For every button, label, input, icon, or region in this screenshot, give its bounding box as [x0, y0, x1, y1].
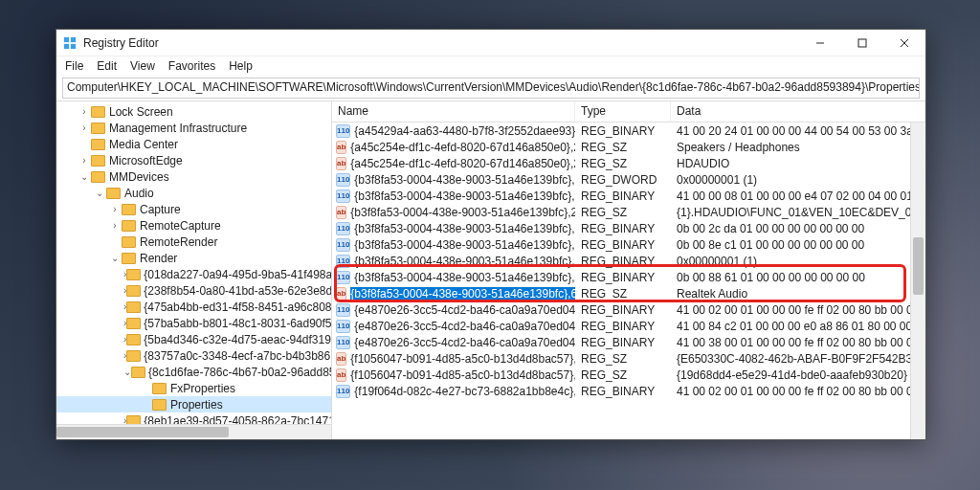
tree-item[interactable]: Properties — [56, 396, 331, 412]
string-value-icon: ab — [336, 352, 346, 366]
scrollbar-thumb[interactable] — [913, 237, 924, 295]
col-type[interactable]: Type — [575, 101, 671, 122]
value-row[interactable]: 110{e4870e26-3cc5-4cd2-ba46-ca0a9a70ed04… — [332, 301, 925, 318]
value-row[interactable]: 110{e4870e26-3cc5-4cd2-ba46-ca0a9a70ed04… — [332, 318, 925, 334]
tree-item[interactable]: ›Lock Screen — [56, 103, 331, 120]
value-type: REG_SZ — [575, 141, 671, 154]
maximize-button[interactable] — [841, 30, 883, 56]
value-type: REG_BINARY — [575, 255, 671, 268]
tree-item[interactable]: ›Management Infrastructure — [56, 120, 331, 136]
string-value-icon: ab — [336, 287, 346, 301]
menu-file[interactable]: File — [58, 57, 90, 75]
value-row[interactable]: 110{e4870e26-3cc5-4cd2-ba46-ca0a9a70ed04… — [332, 334, 925, 350]
value-type: REG_BINARY — [575, 124, 671, 138]
tree-item[interactable]: ⌄MMDevices — [56, 168, 331, 185]
value-type: REG_SZ — [575, 368, 671, 382]
value-row[interactable]: 110{b3f8fa53-0004-438e-9003-51a46e139bfc… — [332, 188, 925, 204]
tree-item[interactable]: ›{238f8b54-0a80-41bd-a53e-62e3e8d6a338} — [56, 282, 331, 299]
value-row[interactable]: ab{a45c254e-df1c-4efd-8020-67d146a850e0}… — [332, 139, 925, 155]
expand-icon[interactable]: › — [108, 220, 122, 231]
col-name[interactable]: Name — [332, 101, 575, 122]
collapse-icon[interactable]: ⌄ — [123, 367, 131, 377]
svg-rect-1 — [71, 36, 76, 41]
tree-label: {018da227-0a94-495d-9ba5-41f498ab952c} — [144, 268, 332, 281]
folder-icon — [122, 203, 137, 216]
value-row[interactable]: 110{b3f8fa53-0004-438e-9003-51a46e139bfc… — [332, 253, 925, 269]
value-data: HDAUDIO — [671, 157, 925, 170]
tree-pane[interactable]: ›Lock Screen›Management InfrastructureMe… — [56, 101, 332, 439]
value-row[interactable]: 110{f19f064d-082c-4e27-bc73-6882a1bb8e4c… — [332, 383, 925, 399]
tree-item[interactable]: ›{475ab4bb-ed31-4f58-8451-a96c8080a9bb} — [56, 299, 331, 315]
value-row[interactable]: ab{f1056047-b091-4d85-a5c0-b13d4d8bac57}… — [332, 350, 925, 367]
value-name: {b3f8fa53-0004-438e-9003-51a46e139bfc},3 — [354, 255, 575, 268]
value-data: 0b 00 2c da 01 00 00 00 00 00 00 00 — [671, 222, 925, 235]
tree-item[interactable]: ⌄Audio — [56, 185, 331, 201]
collapse-icon[interactable]: ⌄ — [93, 188, 106, 198]
registry-editor-window: Registry Editor FileEditViewFavoritesHel… — [56, 29, 926, 440]
tree-item[interactable]: ⌄{8c1d6fae-786c-4b67-b0a2-96add8593894} — [56, 364, 331, 380]
values-pane[interactable]: Name Type Data 110{a45429a4-aa63-4480-b7… — [332, 101, 925, 439]
value-type: REG_BINARY — [575, 336, 671, 349]
value-row[interactable]: 110{b3f8fa53-0004-438e-9003-51a46e139bfc… — [332, 220, 925, 236]
collapse-icon[interactable]: ⌄ — [108, 253, 122, 263]
list-scrollbar-v[interactable] — [910, 122, 925, 439]
value-data: Realtek Audio — [671, 287, 925, 301]
value-type: REG_SZ — [575, 206, 671, 219]
value-type: REG_BINARY — [575, 303, 671, 317]
tree-label: Media Center — [109, 138, 178, 151]
expand-icon[interactable]: › — [78, 106, 91, 117]
folder-icon — [152, 382, 167, 395]
value-row[interactable]: ab{b3f8fa53-0004-438e-9003-51a46e139bfc}… — [332, 204, 925, 220]
string-value-icon: ab — [336, 368, 346, 382]
binary-value-icon: 110 — [336, 385, 350, 398]
tree-item[interactable]: ›{018da227-0a94-495d-9ba5-41f498ab952c} — [56, 266, 331, 282]
tree-scrollbar-h[interactable] — [56, 424, 331, 439]
value-row[interactable]: 110{b3f8fa53-0004-438e-9003-51a46e139bfc… — [332, 171, 925, 188]
menu-favorites[interactable]: Favorites — [162, 57, 222, 75]
value-name: {b3f8fa53-0004-438e-9003-51a46e139bfc},2 — [350, 206, 575, 219]
tree-item[interactable]: ›RemoteCapture — [56, 217, 331, 234]
minimize-button[interactable] — [799, 30, 841, 56]
tree-item[interactable]: ›{5ba4d346-c32e-4d75-aeac-94df319db008} — [56, 331, 331, 347]
binary-value-icon: 110 — [336, 255, 350, 268]
titlebar[interactable]: Registry Editor — [56, 30, 925, 56]
window-title: Registry Editor — [83, 36, 159, 50]
value-type: REG_SZ — [575, 352, 671, 366]
scrollbar-thumb[interactable] — [56, 427, 229, 437]
svg-rect-0 — [64, 36, 69, 41]
value-name: {f1056047-b091-4d85-a5c0-b13d4d8bac57},2 — [350, 368, 575, 382]
close-button[interactable] — [883, 30, 925, 56]
value-row[interactable]: 110{b3f8fa53-0004-438e-9003-51a46e139bfc… — [332, 269, 925, 285]
value-data: 41 00 38 00 01 00 00 00 fe ff 02 00 80 b… — [671, 336, 925, 349]
tree-item[interactable]: ›{83757a0c-3348-4ecf-a7bc-b4b3b861be52} — [56, 347, 331, 364]
menu-edit[interactable]: Edit — [90, 57, 123, 75]
address-bar[interactable]: Computer\HKEY_LOCAL_MACHINE\SOFTWARE\Mic… — [62, 78, 920, 99]
value-name: {e4870e26-3cc5-4cd2-ba46-ca0a9a70ed04},1 — [354, 320, 575, 333]
tree-item[interactable]: RemoteRender — [56, 234, 331, 250]
tree-item[interactable]: ›MicrosoftEdge — [56, 152, 331, 168]
tree-item[interactable]: ›Capture — [56, 201, 331, 217]
value-row[interactable]: ab{a45c254e-df1c-4efd-8020-67d146a850e0}… — [332, 155, 925, 171]
menu-view[interactable]: View — [123, 57, 162, 75]
menu-help[interactable]: Help — [222, 57, 259, 75]
expand-icon[interactable]: › — [108, 204, 122, 214]
column-headers[interactable]: Name Type Data — [332, 101, 925, 122]
string-value-icon: ab — [336, 206, 346, 219]
tree-item[interactable]: Media Center — [56, 136, 331, 152]
tree-item[interactable]: ›{57ba5abb-b801-48c1-8031-6ad90f5a7b19} — [56, 315, 331, 331]
expand-icon[interactable]: › — [78, 155, 91, 166]
folder-icon — [131, 366, 145, 379]
tree-item[interactable]: ⌄Render — [56, 250, 331, 266]
value-row[interactable]: 110{a45429a4-aa63-4480-b7f8-3f2552daee93… — [332, 122, 925, 139]
tree-item[interactable]: FxProperties — [56, 380, 331, 396]
value-data: 0x00000001 (1) — [671, 255, 925, 268]
folder-icon — [91, 122, 106, 135]
value-row[interactable]: ab{b3f8fa53-0004-438e-9003-51a46e139bfc}… — [332, 285, 925, 301]
collapse-icon[interactable]: ⌄ — [78, 171, 91, 182]
value-name: {f1056047-b091-4d85-a5c0-b13d4d8bac57},0 — [350, 352, 575, 366]
folder-icon — [91, 105, 106, 119]
value-row[interactable]: 110{b3f8fa53-0004-438e-9003-51a46e139bfc… — [332, 236, 925, 253]
col-data[interactable]: Data — [671, 101, 925, 122]
expand-icon[interactable]: › — [78, 122, 91, 133]
value-row[interactable]: ab{f1056047-b091-4d85-a5c0-b13d4d8bac57}… — [332, 367, 925, 383]
